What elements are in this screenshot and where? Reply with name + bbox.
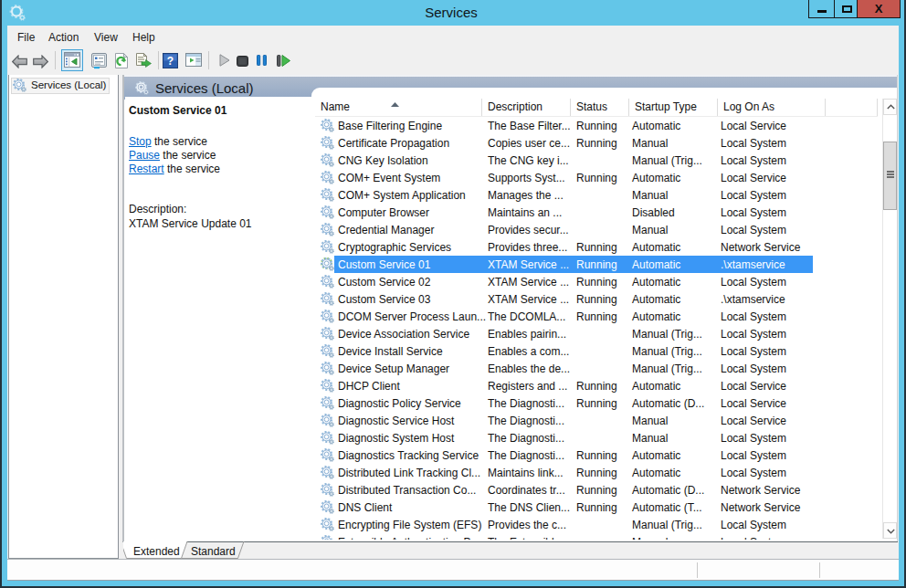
svg-text:?: ? <box>167 55 174 68</box>
svg-text:Extended: Extended <box>133 545 180 558</box>
svg-text:Standard: Standard <box>191 545 236 558</box>
